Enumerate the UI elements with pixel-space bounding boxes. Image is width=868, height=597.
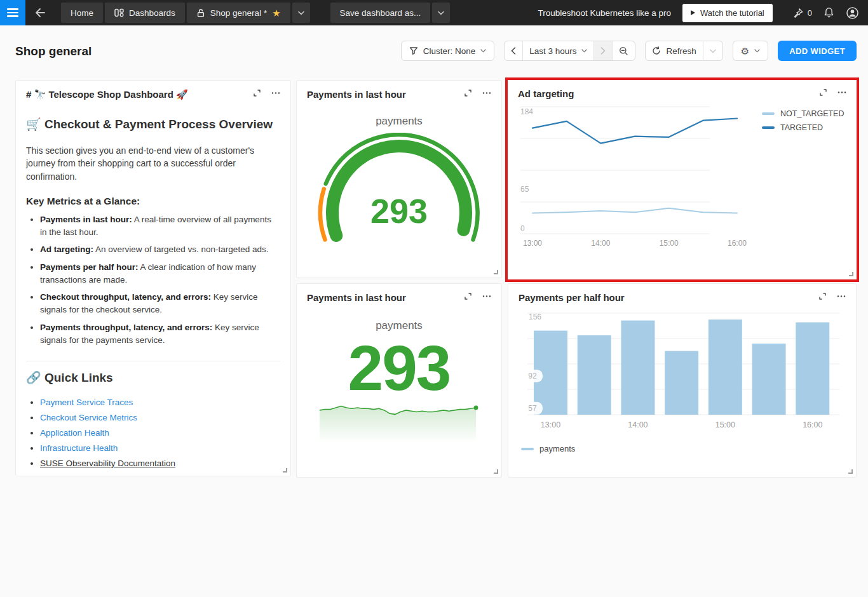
back-button[interactable] (25, 0, 55, 25)
save-dashboard-as-label: Save dashboard as... (340, 8, 421, 18)
svg-text:16:00: 16:00 (728, 239, 747, 248)
hamburger-menu-button[interactable] (0, 0, 25, 25)
widget-markdown-header: # 🔭 Telescope Shop Dashboard 🚀 (26, 89, 280, 100)
more-menu-icon[interactable] (482, 89, 491, 97)
big-number-metric-label: payments (307, 319, 491, 332)
expand-icon[interactable] (818, 292, 827, 300)
save-dashboard-as-button[interactable]: Save dashboard as... (330, 3, 431, 23)
svg-text:0: 0 (520, 224, 525, 233)
chevron-down-icon (754, 49, 760, 53)
selection-highlight: Ad targeting 18465013:0014:0015:0016:00 … (505, 77, 859, 282)
widget-markdown: # 🔭 Telescope Shop Dashboard 🚀 🛒 Checkou… (15, 80, 291, 476)
metric-list-item: Payments throughput, latency, and errors… (40, 321, 280, 347)
resize-handle[interactable] (849, 272, 853, 276)
cluster-filter-button[interactable]: Cluster: None (401, 41, 495, 61)
gauge-value: 293 (310, 191, 488, 231)
widget-gauge-header: Payments in last hour (307, 89, 491, 100)
notifications-button[interactable] (824, 7, 834, 18)
expand-icon[interactable] (464, 292, 472, 300)
dashboard-tabs: Home Dashboards Shop general * ★ (61, 3, 310, 23)
save-dashboard-dropdown[interactable] (432, 3, 450, 23)
time-forward-button[interactable] (593, 41, 612, 60)
widget-ad-targeting: Ad targeting 18465013:0014:0015:0016:00 … (508, 80, 857, 279)
refresh-icon (652, 46, 661, 55)
metric-list-item: Ad targeting: An overview of targeted vs… (40, 243, 280, 256)
markdown-intro: This section gives you an end-to-end vie… (26, 144, 280, 183)
resize-handle[interactable] (494, 270, 498, 274)
bar-chart-legend: payments (521, 444, 846, 453)
svg-text:57: 57 (528, 404, 537, 413)
tab-home[interactable]: Home (61, 3, 103, 23)
legend-label: TARGETED (780, 123, 823, 132)
refresh-button[interactable]: Refresh (646, 41, 702, 60)
quick-link[interactable]: SUSE Observability Documentation (40, 459, 175, 468)
more-menu-icon[interactable] (837, 292, 846, 300)
quick-links-list: Payment Service TracesCheckout Service M… (26, 398, 280, 468)
resize-handle[interactable] (848, 469, 853, 474)
expand-icon[interactable] (819, 88, 827, 97)
cluster-filter-label: Cluster: None (423, 46, 476, 56)
resize-handle[interactable] (283, 468, 287, 473)
bar-chart-svg: 156925713:0014:0015:0016:00 (519, 308, 847, 435)
widget-ad-targeting-header: Ad targeting (518, 88, 846, 99)
hamburger-icon (7, 8, 18, 10)
dashboard-tab-dropdown[interactable] (292, 3, 310, 23)
sparkline-chart-svg (317, 402, 481, 444)
time-range-selector[interactable]: Last 3 hours (522, 41, 593, 60)
more-menu-icon[interactable] (482, 292, 491, 300)
time-back-button[interactable] (505, 41, 522, 60)
quick-link[interactable]: Checkout Service Metrics (40, 413, 137, 422)
pin-icon (793, 8, 804, 18)
dashboard-app: Home Dashboards Shop general * ★ (0, 0, 868, 597)
chevron-down-icon (710, 49, 716, 53)
tab-dashboards-label: Dashboards (129, 8, 175, 18)
quick-link[interactable]: Payment Service Traces (40, 398, 133, 407)
watch-tutorial-label: Watch the tutorial (700, 8, 764, 18)
quick-link[interactable]: Infrastructure Health (40, 443, 118, 453)
dashboards-icon (114, 8, 124, 17)
time-range-label: Last 3 hours (529, 46, 576, 56)
add-widget-button[interactable]: ADD WIDGET (778, 41, 857, 61)
toolbar: Cluster: None Last 3 hours (401, 41, 857, 61)
more-menu-icon[interactable] (271, 89, 280, 97)
watch-tutorial-button[interactable]: Watch the tutorial (682, 4, 773, 22)
settings-button[interactable]: ⚙ (733, 41, 768, 61)
topbar-right: Troubleshoot Kubernetes like a pro Watch… (538, 4, 868, 22)
time-range-group: Last 3 hours (504, 41, 635, 61)
refresh-dropdown[interactable] (703, 41, 722, 60)
widget-bar-chart-title: Payments per half hour (519, 292, 818, 303)
chevron-down-icon (298, 11, 304, 15)
play-icon (691, 10, 695, 15)
zoom-out-time-button[interactable] (612, 41, 635, 60)
legend-item[interactable]: TARGETED (762, 123, 844, 132)
quick-link[interactable]: Application Health (40, 428, 109, 438)
svg-text:13:00: 13:00 (523, 239, 542, 248)
more-menu-icon[interactable] (837, 88, 846, 97)
refresh-group: Refresh (645, 41, 722, 61)
widget-bar-chart-header: Payments per half hour (519, 292, 846, 303)
favorite-star-icon[interactable]: ★ (272, 8, 280, 18)
legend-item[interactable]: NOT_TARGETED (762, 109, 844, 118)
resize-handle[interactable] (494, 469, 498, 474)
svg-text:65: 65 (520, 185, 529, 194)
expand-icon[interactable] (253, 89, 261, 97)
page-title: Shop general (15, 44, 92, 58)
chevron-left-icon (511, 47, 516, 55)
chevron-down-icon (438, 11, 444, 15)
svg-text:13:00: 13:00 (541, 420, 560, 429)
user-avatar[interactable] (846, 6, 859, 20)
pinned-items-button[interactable]: 0 (793, 8, 812, 18)
widget-big-number: Payments in last hour payments 293 (296, 283, 502, 478)
chevron-down-icon (480, 49, 486, 53)
expand-icon[interactable] (464, 89, 472, 97)
divider (26, 361, 280, 361)
chevron-down-icon (581, 49, 587, 53)
tab-current-dashboard[interactable]: Shop general * ★ (187, 3, 290, 23)
tab-dashboards[interactable]: Dashboards (105, 3, 185, 23)
tab-home-label: Home (71, 8, 93, 18)
legend-swatch (762, 112, 775, 115)
quick-link-item: Infrastructure Health (40, 443, 280, 453)
markdown-links-heading: 🔗 Quick Links (26, 370, 280, 385)
back-arrow-icon (35, 8, 45, 17)
legend-label: payments (539, 444, 575, 453)
